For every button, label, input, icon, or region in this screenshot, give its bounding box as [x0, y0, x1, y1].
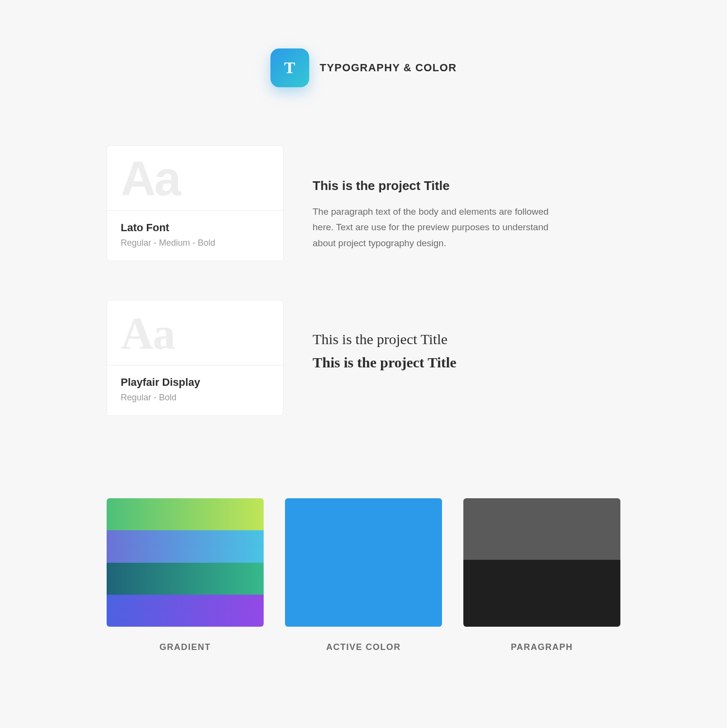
font-row-lato: Aa Lato Font Regular - Medium - Bold Thi… — [107, 145, 620, 261]
font-specimen: Aa — [107, 301, 283, 365]
font-weights: Regular - Medium - Bold — [121, 238, 269, 248]
swatch-label: PARAGRAPH — [511, 642, 573, 652]
swatch-gradient: GRADIENT — [107, 498, 264, 652]
preview-paragraph: The paragraph text of the body and eleme… — [313, 204, 565, 251]
swatch-active: ACTIVE COLOR — [285, 498, 442, 652]
swatch-label: ACTIVE COLOR — [326, 642, 401, 652]
font-row-playfair: Aa Playfair Display Regular - Bold This … — [107, 300, 620, 416]
badge-icon: T — [270, 48, 309, 87]
font-specimen: Aa — [107, 146, 283, 210]
preview-title-regular: This is the project Title — [313, 331, 620, 348]
gradient-row — [107, 530, 264, 562]
active-swatch — [285, 498, 442, 627]
font-card: Aa Playfair Display Regular - Bold — [107, 300, 284, 416]
paragraph-bottom-color — [463, 560, 620, 627]
font-card: Aa Lato Font Regular - Medium - Bold — [107, 145, 284, 261]
font-meta: Playfair Display Regular - Bold — [107, 365, 283, 415]
font-meta: Lato Font Regular - Medium - Bold — [107, 210, 283, 261]
section-title: TYPOGRAPHY & COLOR — [320, 62, 457, 74]
specimen-text: Aa — [121, 310, 174, 356]
gradient-row — [107, 498, 264, 530]
swatch-label: GRADIENT — [159, 642, 211, 652]
gradient-row — [107, 563, 264, 595]
paragraph-top-color — [463, 498, 620, 560]
font-name: Playfair Display — [121, 376, 269, 389]
swatch-row: GRADIENT ACTIVE COLOR PARAGRAPH — [107, 498, 620, 652]
swatch-paragraph: PARAGRAPH — [463, 498, 620, 652]
badge-letter: T — [284, 59, 295, 77]
font-preview: This is the project Title The paragraph … — [313, 145, 620, 261]
preview-title: This is the project Title — [313, 178, 620, 193]
active-color — [285, 498, 442, 627]
preview-title-bold: This is the project Title — [313, 354, 620, 371]
gradient-swatch — [107, 498, 264, 627]
gradient-row — [107, 595, 264, 627]
font-name: Lato Font — [121, 222, 269, 234]
section-header: T TYPOGRAPHY & COLOR — [107, 48, 620, 87]
paragraph-swatch — [463, 498, 620, 627]
font-weights: Regular - Bold — [121, 393, 269, 403]
font-preview: This is the project Title This is the pr… — [313, 300, 620, 416]
specimen-text: Aa — [121, 154, 180, 203]
